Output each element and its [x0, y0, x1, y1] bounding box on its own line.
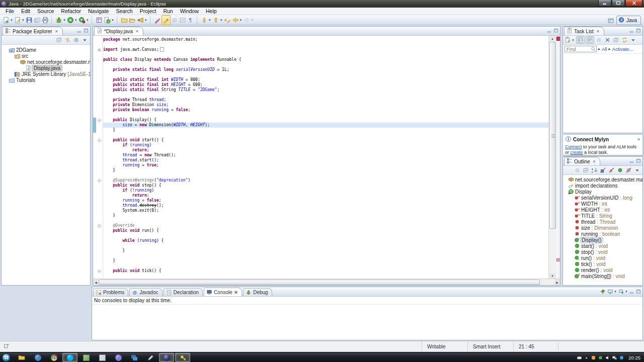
- outline-item-serialversionuid[interactable]: SFserialVersionUID : long: [563, 195, 642, 201]
- menu-window[interactable]: Window: [177, 8, 202, 14]
- open-perspective-button[interactable]: [607, 17, 615, 24]
- code-line[interactable]: }: [93, 213, 549, 218]
- debug-button[interactable]: ▼: [55, 16, 66, 25]
- dropdown-arrow-icon[interactable]: ▼: [208, 19, 211, 22]
- code-line[interactable]: if (running): [93, 143, 549, 148]
- dropdown-arrow-icon[interactable]: ▼: [63, 19, 66, 22]
- folded-region-icon[interactable]: [160, 47, 164, 52]
- focus-button[interactable]: [574, 167, 581, 173]
- outline-item-stop-[interactable]: stop() : void: [563, 249, 642, 255]
- code-line[interactable]: [93, 243, 549, 248]
- collapse-all-button[interactable]: [55, 37, 63, 43]
- annotation-overview-marker[interactable]: [556, 258, 560, 261]
- outline-item-tick-[interactable]: tick() : void: [563, 261, 642, 267]
- hide-local-types-button[interactable]: [625, 167, 632, 173]
- outline-tab[interactable]: Outline ✕: [564, 157, 600, 165]
- mark-occurrences-button[interactable]: [162, 15, 171, 25]
- code-line[interactable]: [93, 52, 549, 57]
- code-line[interactable]: private boolean running = false;: [93, 108, 549, 113]
- dropdown-arrow-icon[interactable]: ▼: [220, 19, 223, 22]
- code-line[interactable]: [93, 218, 549, 223]
- menu-source[interactable]: Source: [34, 8, 57, 14]
- code-line[interactable]: }: [93, 128, 549, 133]
- menu-project[interactable]: Project: [136, 8, 160, 14]
- code-line[interactable]: [93, 42, 549, 47]
- close-icon[interactable]: ✕: [593, 159, 596, 164]
- mylyn-create-link[interactable]: create: [571, 150, 583, 155]
- skip-breakpoints-button[interactable]: [171, 16, 179, 25]
- print-button[interactable]: [41, 16, 49, 25]
- code-line[interactable]: public class Display extends Canvas impl…: [93, 57, 549, 62]
- taskbar-app-blue-round[interactable]: [30, 353, 45, 362]
- taskbar-app-green-cube[interactable]: [78, 353, 94, 362]
- code-line[interactable]: @SuppressWarnings("deprecation"): [93, 178, 549, 183]
- dropdown-arrow-icon[interactable]: ▼: [86, 19, 89, 22]
- sort-button[interactable]: az: [591, 167, 598, 173]
- code-line[interactable]: public static final String TITLE = "2DGa…: [93, 87, 549, 93]
- taskbar-app-light-cube[interactable]: [95, 353, 110, 362]
- code-line[interactable]: running = false;: [93, 198, 549, 203]
- dropdown-arrow-icon[interactable]: ▼: [74, 19, 77, 22]
- tray-blue-icon[interactable]: [619, 355, 624, 360]
- code-line[interactable]: public void run() {: [93, 228, 549, 233]
- taskbar-chrome[interactable]: [46, 353, 61, 362]
- menu-edit[interactable]: Edit: [18, 8, 34, 14]
- close-window-button[interactable]: [625, 0, 642, 7]
- link-with-editor-button[interactable]: [64, 37, 71, 43]
- externalize-strings-button[interactable]: [153, 16, 162, 25]
- tray-volume-icon[interactable]: [605, 355, 610, 360]
- outline-item-import-declarations[interactable]: import declarations: [563, 183, 642, 189]
- code-line[interactable]: return;: [93, 148, 549, 153]
- save-all-button[interactable]: [33, 16, 41, 25]
- next-annotation-button[interactable]: ▼: [200, 16, 212, 25]
- menu-refactor[interactable]: Refactor: [57, 8, 85, 14]
- save-button[interactable]: [25, 16, 33, 25]
- editor-vertical-scrollbar[interactable]: ▲ ▼: [548, 36, 556, 279]
- view-menu-button[interactable]: [629, 37, 637, 43]
- new-class-button[interactable]: C▼: [103, 16, 115, 25]
- menu-run[interactable]: Run: [159, 8, 176, 14]
- tree-item-src[interactable]: src: [2, 53, 90, 59]
- outline-item-title[interactable]: SFTITLE : String: [563, 213, 642, 219]
- code-line[interactable]: public void tick() {: [93, 268, 549, 274]
- dropdown-arrow-icon[interactable]: ▼: [22, 19, 25, 22]
- code-line[interactable]: [93, 274, 549, 279]
- dropdown-arrow-icon[interactable]: ▼: [10, 19, 13, 22]
- tray-keyboard-icon[interactable]: [577, 355, 582, 360]
- close-icon[interactable]: ✕: [135, 29, 139, 34]
- tree-item-jre-system-library[interactable]: JRE System Library [JavaSE-1.7]: [2, 71, 90, 77]
- collapse-all-button[interactable]: [582, 167, 590, 173]
- taskbar-app-key[interactable]: [175, 353, 190, 362]
- code-line[interactable]: [93, 113, 549, 118]
- new-task-button[interactable]: ▼: [564, 37, 575, 43]
- tray-shield-icon[interactable]: [591, 355, 596, 360]
- view-menu-button[interactable]: [633, 167, 641, 173]
- code-line[interactable]: }: [93, 248, 549, 253]
- taskbar-app-purple-round[interactable]: [111, 353, 126, 362]
- code-line[interactable]: if (!running): [93, 188, 549, 193]
- focus-button[interactable]: [72, 37, 80, 43]
- tree-item-display-java[interactable]: JDisplay.java: [2, 65, 90, 71]
- new-button[interactable]: ▼: [2, 16, 14, 25]
- block-selection-button[interactable]: [179, 16, 187, 25]
- show-whitespace-button[interactable]: ¶: [187, 16, 195, 25]
- scroll-right-icon[interactable]: ▶: [554, 279, 560, 285]
- outline-item-render-[interactable]: render() : void: [563, 267, 642, 273]
- dropdown-arrow-icon[interactable]: ▼: [251, 19, 254, 22]
- tree-item-tutorials[interactable]: Tutorials: [2, 77, 90, 83]
- dropdown-arrow-icon[interactable]: ▼: [111, 19, 114, 22]
- close-icon[interactable]: ✕: [234, 290, 238, 295]
- outline-item-display[interactable]: CDisplay: [563, 189, 642, 195]
- code-line[interactable]: private Thread thread;: [93, 98, 549, 103]
- task-scope-all-link[interactable]: All: [602, 46, 607, 52]
- tree-item-net-sourceforge-desmaster-main[interactable]: net.sourceforge.desmaster.main: [2, 59, 90, 65]
- menu-help[interactable]: Help: [202, 8, 220, 14]
- open-type-button[interactable]: [120, 16, 128, 25]
- hide-non-public-members-button[interactable]: [616, 167, 624, 173]
- console-tab-debug[interactable]: Debug: [243, 288, 272, 296]
- scroll-left-icon[interactable]: ◀: [93, 279, 99, 285]
- outline-item-display-[interactable]: cDisplay(): [563, 237, 642, 243]
- code-line[interactable]: public Display() {: [93, 118, 549, 123]
- code-line[interactable]: size = new Dimension(WIDTH, HEIGHT);: [93, 123, 549, 128]
- synchronize-button[interactable]: [621, 37, 628, 43]
